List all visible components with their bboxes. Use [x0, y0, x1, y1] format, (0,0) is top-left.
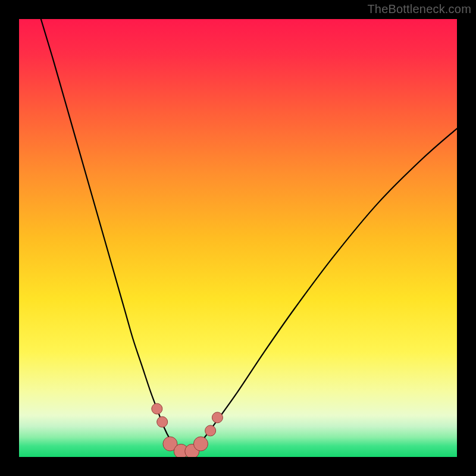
- svg-rect-0: [19, 19, 457, 457]
- plot-area: [19, 19, 457, 457]
- attribution-watermark: TheBottleneck.com: [367, 2, 471, 16]
- chart-frame: TheBottleneck.com: [0, 0, 476, 476]
- gradient-background: [19, 19, 457, 457]
